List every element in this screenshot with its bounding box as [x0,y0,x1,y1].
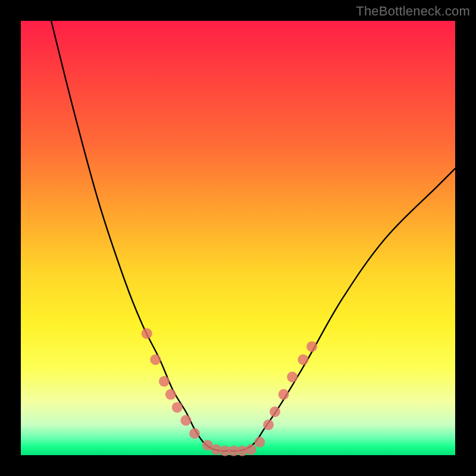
highlight-dot [246,444,256,455]
highlight-dot [270,406,280,417]
highlight-dot [306,342,317,352]
highlight-dot [278,389,289,400]
highlight-dot [172,402,183,413]
highlight-dot [150,354,161,365]
highlight-dot [255,437,265,447]
highlight-dot [287,372,298,383]
watermark-text: TheBottleneck.com [356,4,470,19]
highlight-dot [159,376,170,387]
highlight-dot [165,389,176,400]
highlight-dots [142,328,317,456]
plot-area [21,21,455,455]
chart-frame: TheBottleneck.com [0,0,476,476]
highlight-dot [142,328,152,339]
bottleneck-curve [51,21,455,451]
highlight-dot [298,354,309,365]
highlight-dot [189,428,200,439]
highlight-dot [263,419,274,430]
chart-svg [21,21,455,455]
highlight-dot [180,415,191,426]
